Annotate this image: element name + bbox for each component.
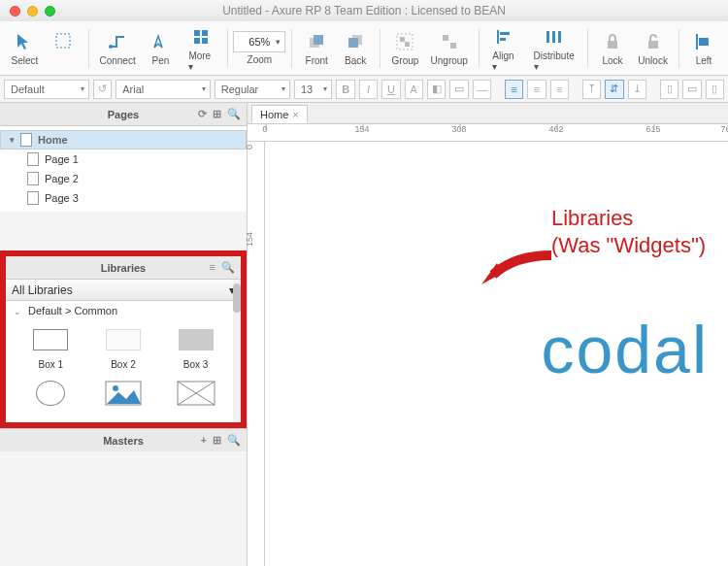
italic-button[interactable]: I — [359, 80, 378, 99]
align-icon — [493, 25, 516, 49]
window-title: Untitled - Axure RP 8 Team Edition : Lic… — [222, 4, 506, 17]
style-select[interactable]: Default▾ — [4, 80, 89, 99]
page-icon — [27, 172, 39, 185]
text-align-center[interactable]: ≡ — [527, 80, 546, 99]
svg-rect-7 — [314, 35, 323, 45]
caret-icon: ▾ — [202, 84, 206, 93]
pen-icon — [149, 30, 172, 53]
fill-color-button[interactable]: ◧ — [427, 80, 446, 99]
align-left-button[interactable]: Left — [685, 26, 722, 70]
svg-rect-3 — [202, 30, 208, 36]
window-minimize-button[interactable] — [27, 6, 38, 17]
align-menu[interactable]: Align ▾ — [484, 21, 524, 76]
border-style-button[interactable]: — — [473, 80, 491, 99]
caret-icon: ▾ — [281, 84, 285, 93]
pages-refresh-icon[interactable]: ⟳ — [198, 108, 207, 120]
libraries-menu-icon[interactable]: ≡ — [210, 261, 215, 274]
bold-button[interactable]: B — [336, 80, 354, 99]
distribute-menu[interactable]: Distribute ▾ — [526, 21, 581, 76]
lock-icon — [601, 30, 624, 53]
page-icon — [20, 133, 32, 147]
widget-ellipse[interactable] — [19, 380, 83, 413]
border-top[interactable]: ▭ — [682, 80, 701, 99]
widget-box2[interactable]: Box 2 — [92, 326, 155, 370]
window-maximize-button[interactable] — [45, 6, 55, 17]
svg-rect-14 — [450, 43, 456, 49]
caret-icon: ▾ — [323, 84, 327, 93]
select-region-tool[interactable] — [46, 26, 83, 70]
ungroup-button[interactable]: Ungroup — [426, 26, 473, 70]
libraries-search-icon[interactable]: 🔍 — [221, 261, 235, 274]
library-section[interactable]: ⌄ Default > Common — [6, 301, 241, 320]
svg-rect-12 — [405, 42, 410, 47]
zoom-label: Zoom — [248, 54, 273, 65]
caret-icon: ▾ — [81, 84, 84, 93]
valign-top[interactable]: ⤒ — [582, 80, 601, 99]
unlock-button[interactable]: Unlock — [633, 26, 673, 70]
back-button[interactable]: Back — [337, 26, 374, 70]
border-right[interactable]: ▯ — [706, 80, 724, 99]
scrollbar-thumb[interactable] — [233, 283, 241, 313]
valign-middle[interactable]: ⇵ — [605, 80, 623, 99]
more-tools[interactable]: More ▾ — [181, 21, 220, 76]
border-color-button[interactable]: ▭ — [449, 80, 468, 99]
page-icon — [27, 191, 39, 205]
svg-rect-17 — [500, 38, 506, 41]
widget-placeholder[interactable] — [164, 380, 227, 413]
connect-icon — [106, 30, 129, 53]
text-color-button[interactable]: A — [405, 80, 423, 99]
masters-addpage-icon[interactable]: ⊞ — [213, 434, 221, 447]
disclosure-triangle-icon[interactable]: ▾ — [7, 135, 17, 145]
caret-icon: ▾ — [276, 37, 281, 47]
group-button[interactable]: Group — [386, 26, 424, 70]
pen-tool[interactable]: Pen — [142, 26, 179, 70]
pages-add-icon[interactable]: ⊞ — [213, 108, 221, 120]
libraries-dropdown[interactable]: All Libraries ▾ — [6, 280, 241, 301]
front-button[interactable]: Front — [298, 26, 335, 70]
size-select[interactable]: 13▾ — [294, 80, 333, 99]
select-tool[interactable]: Select — [6, 26, 44, 70]
page-row-home[interactable]: ▾ Home — [0, 130, 247, 150]
font-select[interactable]: Arial▾ — [116, 80, 210, 99]
pages-search-icon[interactable]: 🔍 — [227, 108, 241, 120]
page-row[interactable]: Page 1 — [0, 150, 247, 169]
masters-add-icon[interactable]: + — [201, 434, 207, 447]
text-align-left[interactable]: ≡ — [505, 80, 523, 99]
page-row[interactable]: Page 2 — [0, 169, 247, 188]
canvas-tab-home[interactable]: Home × — [251, 105, 308, 123]
zoom-input[interactable]: 65%▾ — [233, 31, 285, 52]
widget-image[interactable] — [92, 380, 155, 413]
window-close-button[interactable] — [10, 6, 20, 17]
close-tab-icon[interactable]: × — [292, 109, 298, 120]
page-row[interactable]: Page 3 — [0, 188, 247, 208]
group-icon — [393, 30, 416, 53]
svg-rect-0 — [56, 34, 70, 48]
back-icon — [344, 30, 367, 53]
svg-rect-20 — [558, 31, 561, 43]
masters-search-icon[interactable]: 🔍 — [227, 434, 241, 447]
style-reset[interactable]: ↺ — [93, 80, 112, 99]
svg-rect-9 — [348, 38, 358, 48]
svg-point-1 — [109, 45, 113, 49]
unlock-icon — [642, 30, 665, 53]
brand-logo: codal — [541, 312, 709, 387]
valign-bottom[interactable]: ⤓ — [628, 80, 646, 99]
align-left-icon — [692, 30, 715, 53]
underline-button[interactable]: U — [381, 80, 400, 99]
svg-rect-11 — [400, 37, 405, 42]
text-align-right[interactable]: ≡ — [550, 80, 569, 99]
canvas[interactable]: Libraries (Was "Widgets") codal — [265, 142, 728, 566]
svg-rect-16 — [500, 32, 510, 35]
svg-rect-5 — [202, 38, 208, 44]
weight-select[interactable]: Regular▾ — [215, 80, 290, 99]
svg-point-26 — [113, 385, 118, 391]
border-left[interactable]: ▯ — [660, 80, 678, 99]
arrow-icon — [476, 238, 553, 296]
svg-rect-18 — [546, 31, 549, 43]
widget-box3[interactable]: Box 3 — [164, 326, 227, 370]
chevron-down-icon: ⌄ — [14, 307, 21, 316]
ungroup-icon — [438, 30, 461, 53]
lock-button[interactable]: Lock — [594, 26, 631, 70]
widget-box1[interactable]: Box 1 — [19, 326, 83, 370]
connect-tool[interactable]: Connect — [95, 26, 141, 70]
